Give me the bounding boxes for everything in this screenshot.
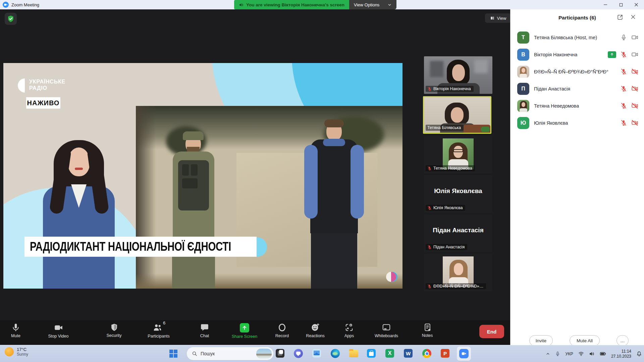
share-screen-icon	[240, 323, 249, 333]
view-layout-label: View	[497, 16, 506, 21]
channel-logo: УКРАЇНСЬКЕ РАДІО	[18, 78, 54, 90]
security-button[interactable]: Security	[96, 323, 132, 338]
participant-name: Підан Анастасія	[534, 86, 570, 92]
volume-icon[interactable]	[589, 351, 595, 357]
reporter-figure	[307, 118, 381, 289]
grid-view-icon	[490, 16, 495, 20]
video-tile-viktoriia[interactable]: Вікторія Наконечна	[424, 56, 492, 94]
stop-video-button[interactable]: Stop Video	[40, 323, 77, 339]
tray-mic-icon[interactable]	[555, 351, 560, 356]
end-meeting-button[interactable]: End	[479, 325, 504, 338]
avatar: В	[517, 49, 529, 61]
language-indicator[interactable]: УКР	[565, 352, 573, 356]
participants-panel-title: Participants (6)	[511, 15, 644, 21]
view-options-button[interactable]: View Options	[349, 0, 396, 9]
notifications-bell-icon[interactable]	[636, 351, 642, 357]
muted-mic-icon	[427, 206, 432, 210]
more-options-button[interactable]: …	[616, 335, 629, 346]
search-box[interactable]: Пошук	[187, 347, 273, 360]
notes-button[interactable]: Notes	[409, 323, 446, 338]
participant-row[interactable]: В Вікторія Наконечна	[511, 46, 644, 63]
avatar-photo	[517, 66, 529, 78]
participant-row[interactable]: Ю Юлія Яковлєва	[511, 114, 644, 131]
avatar: Т	[517, 32, 529, 44]
tile-name: Тетяна Неведомова	[433, 166, 472, 171]
camera-icon	[54, 323, 63, 332]
app-icon-mail[interactable]	[312, 349, 322, 358]
mic-on-icon	[621, 34, 627, 41]
weather-condition: Sunny	[17, 352, 28, 357]
record-icon	[278, 323, 286, 332]
app-icon-store[interactable]	[367, 349, 376, 358]
app-icon-photos[interactable]	[276, 349, 285, 358]
participant-name: Юлія Яковлєва	[534, 120, 568, 126]
soldier-figure	[169, 129, 236, 289]
app-icon-excel[interactable]: X	[385, 349, 395, 358]
video-tile-yuliia-yakovlieva[interactable]: Юлія Яковлєва Юлія Яковлєва	[424, 175, 492, 213]
view-layout-button[interactable]: View	[485, 13, 511, 23]
muted-mic-icon	[427, 87, 432, 91]
viewing-banner: You are viewing Вікторія Наконечна's scr…	[234, 0, 349, 9]
close-panel-icon[interactable]	[630, 14, 636, 20]
app-icon-chrome[interactable]	[422, 349, 432, 358]
mic-icon	[11, 323, 20, 332]
reactions-button[interactable]: Reactions	[297, 323, 334, 338]
video-tile-tetiana-nevedomova[interactable]: Тетяна Неведомова	[424, 136, 492, 173]
video-tile-tetiana-biliavska[interactable]: Тетяна Білявська	[423, 96, 491, 134]
chat-button[interactable]: Chat	[186, 323, 223, 338]
participant-photo	[443, 138, 474, 169]
minimize-button[interactable]	[598, 0, 613, 9]
participant-photo	[443, 256, 474, 287]
popout-panel-icon[interactable]	[617, 14, 623, 20]
app-icon-file-explorer[interactable]	[349, 349, 359, 358]
tile-name: Підан Анастасія	[433, 245, 465, 249]
wifi-icon[interactable]	[578, 351, 584, 357]
muted-mic-icon	[427, 284, 432, 289]
window-title: Zoom Meeting	[11, 2, 39, 7]
participant-row[interactable]: Ð®Ð»Ñ–Ñ ÐÑ–ÐºÐ¾Ð»Ð°Ñ”Ð²Ð°	[511, 63, 644, 80]
apps-button[interactable]: Apps	[331, 323, 368, 338]
video-tile-yuliia-nikolaieva[interactable]: Ð®Ð»Ñ–Ñ ÐÑ–ÐºÐ¾Ð»…	[424, 254, 492, 291]
video-tile-pidan-anastasiia[interactable]: Підан Анастасія Підан Анастасія	[424, 215, 492, 252]
avatar-photo	[517, 100, 529, 112]
record-button[interactable]: Record	[264, 323, 301, 338]
share-screen-button[interactable]: Share Screen	[226, 323, 263, 339]
close-button[interactable]	[629, 0, 644, 9]
avatar: Ю	[517, 117, 529, 129]
channel-logo-line1: УКРАЇНСЬКЕ	[29, 78, 65, 85]
whiteboards-button[interactable]: Whiteboards	[368, 323, 405, 338]
mute-button[interactable]: Mute	[0, 323, 34, 338]
app-icon-word[interactable]: W	[404, 349, 413, 358]
search-icon	[192, 351, 197, 356]
windows-start-button[interactable]	[169, 350, 177, 358]
mic-muted-icon	[621, 103, 627, 109]
participant-row[interactable]: Т Тетяна Білявська (Host, me)	[511, 29, 644, 46]
chat-bubble-icon	[200, 323, 209, 332]
view-options-label: View Options	[354, 2, 379, 7]
battery-icon[interactable]	[600, 351, 606, 357]
search-placeholder: Пошук	[201, 351, 215, 356]
windows-taskbar: 17°C Sunny Пошук	[0, 345, 644, 362]
participants-button[interactable]: 6 Participants	[140, 323, 177, 339]
participant-row[interactable]: П Підан Анастасія	[511, 80, 644, 97]
search-highlight-image	[256, 349, 272, 359]
screen-share-banner: You are viewing Вікторія Наконечна's scr…	[234, 0, 396, 9]
tray-chevron-icon[interactable]	[546, 352, 550, 356]
app-icon-zoom-active[interactable]	[457, 347, 471, 361]
meeting-security-badge[interactable]	[5, 13, 17, 25]
maximize-button[interactable]	[613, 0, 629, 9]
participant-row[interactable]: Тетяна Неведомова	[511, 97, 644, 114]
shield-check-icon	[7, 15, 14, 22]
weather-widget[interactable]: 17°C Sunny	[5, 347, 28, 357]
app-icon-powerpoint[interactable]: P	[441, 349, 450, 358]
app-icon-teams-chat[interactable]	[294, 349, 303, 358]
clock[interactable]: 11:14 27.10.2023	[611, 349, 631, 359]
mute-all-button[interactable]: Mute All	[570, 335, 600, 346]
invite-button[interactable]: Invite	[529, 335, 553, 346]
channel-logo-mark	[18, 78, 25, 93]
meeting-toolbar: Mute Stop Video Security 6 Participants …	[0, 320, 510, 345]
shield-icon	[110, 323, 118, 331]
mic-muted-icon	[621, 68, 627, 75]
app-icon-edge[interactable]	[331, 349, 340, 358]
headline-banner: РАДІОДИКТАНТ НАЦІОНАЛЬНОЇ ЄДНОСТІ	[24, 237, 257, 257]
